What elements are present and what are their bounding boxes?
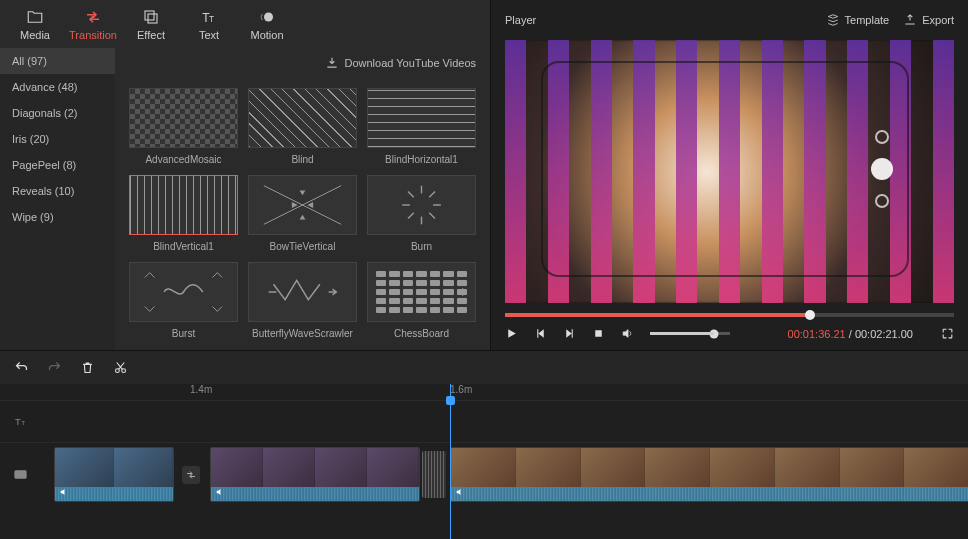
transition-thumb-burst: [129, 262, 238, 322]
transition-thumb-burn: [367, 175, 476, 235]
motion-icon: [258, 8, 276, 26]
category-wipe[interactable]: Wipe (9): [0, 204, 115, 230]
video-track-body[interactable]: [40, 443, 968, 506]
tab-effect[interactable]: Effect: [122, 0, 180, 48]
transition-label: Burn: [411, 241, 432, 252]
ruler-mark: 1.4m: [190, 384, 212, 395]
category-advance[interactable]: Advance (48): [0, 74, 115, 100]
video-track[interactable]: [0, 442, 968, 506]
tab-label: Effect: [137, 29, 165, 41]
category-reveals[interactable]: Reveals (10): [0, 178, 115, 204]
download-label: Download YouTube Videos: [345, 57, 477, 69]
tab-transition[interactable]: Transition: [64, 0, 122, 48]
transition-thumb-blind: [248, 88, 357, 148]
delete-icon[interactable]: [80, 360, 95, 375]
svg-point-4: [264, 12, 273, 21]
export-button[interactable]: Export: [903, 13, 954, 27]
prev-icon[interactable]: [534, 327, 547, 340]
svg-line-11: [408, 191, 414, 197]
next-icon[interactable]: [563, 327, 576, 340]
transition-thumb-blindh: [367, 88, 476, 148]
category-list: All (97) Advance (48) Diagonals (2) Iris…: [0, 48, 115, 350]
transition-item[interactable]: Burn: [367, 175, 476, 252]
total-time: 00:02:21.00: [855, 328, 913, 340]
volume-icon[interactable]: [621, 327, 634, 340]
effect-icon: [142, 8, 160, 26]
transition-label: Blind: [291, 154, 313, 165]
download-icon: [325, 56, 339, 70]
burn-icon: [368, 176, 475, 234]
transition-label: Burst: [172, 328, 195, 339]
preview-viewport[interactable]: [505, 40, 954, 303]
folder-icon: [26, 8, 44, 26]
svg-line-12: [429, 213, 435, 219]
svg-text:T: T: [14, 417, 20, 427]
stop-icon[interactable]: [592, 327, 605, 340]
playhead[interactable]: [450, 384, 451, 539]
transition-label: ChessBoard: [394, 328, 449, 339]
transition-item[interactable]: ChessBoard: [367, 262, 476, 339]
transition-item[interactable]: BlindVertical1: [129, 175, 238, 252]
transition-clip[interactable]: [422, 451, 446, 498]
burst-icon: [130, 263, 237, 321]
template-icon: [826, 13, 840, 27]
progress-fill: [505, 313, 810, 317]
top-tabs: Media Transition Effect TT Text Motion: [0, 0, 490, 48]
tab-text[interactable]: TT Text: [180, 0, 238, 48]
undo-icon[interactable]: [14, 360, 29, 375]
tab-label: Media: [20, 29, 50, 41]
transition-item[interactable]: Blind: [248, 88, 357, 165]
time-display: 00:01:36.21 / 00:02:21.00: [788, 328, 913, 340]
transition-thumb-bowtie: [248, 175, 357, 235]
progress-bar[interactable]: [505, 313, 954, 317]
template-button[interactable]: Template: [826, 13, 890, 27]
transition-item[interactable]: BlindHorizontal1: [367, 88, 476, 165]
volume-slider[interactable]: [650, 332, 730, 335]
transition-item[interactable]: BowTieVertical: [248, 175, 357, 252]
play-icon[interactable]: [505, 327, 518, 340]
bowtie-icon: [249, 176, 356, 234]
category-all[interactable]: All (97): [0, 48, 115, 74]
library-panel: Media Transition Effect TT Text Motion: [0, 0, 490, 350]
category-pagepeel[interactable]: PagePeel (8): [0, 152, 115, 178]
transition-item[interactable]: AdvancedMosaic: [129, 88, 238, 165]
timeline-ruler[interactable]: 1.4m 1.6m: [0, 384, 968, 400]
category-diagonals[interactable]: Diagonals (2): [0, 100, 115, 126]
clip[interactable]: [450, 447, 968, 502]
transition-item[interactable]: ButterflyWaveScrawler: [248, 262, 357, 339]
clip[interactable]: [54, 447, 174, 502]
ruler-mark: 1.6m: [450, 384, 472, 395]
transition-label: BlindVertical1: [153, 241, 214, 252]
text-track[interactable]: TT: [0, 400, 968, 442]
tab-motion[interactable]: Motion: [238, 0, 296, 48]
redo-icon[interactable]: [47, 360, 62, 375]
transition-label: BlindHorizontal1: [385, 154, 458, 165]
tab-label: Transition: [69, 29, 117, 41]
swap-icon: [84, 8, 102, 26]
transition-marker[interactable]: [182, 466, 200, 484]
tab-label: Text: [199, 29, 219, 41]
clip[interactable]: [210, 447, 420, 502]
timeline-toolbar: [0, 350, 968, 384]
wave-icon: [249, 263, 356, 321]
fullscreen-icon[interactable]: [941, 327, 954, 340]
player-controls: 00:01:36.21 / 00:02:21.00: [491, 327, 968, 350]
text-icon: TT: [200, 8, 218, 26]
player-header: Player Template Export: [491, 0, 968, 40]
current-time: 00:01:36.21: [788, 328, 846, 340]
svg-line-13: [429, 191, 435, 197]
cut-icon[interactable]: [113, 360, 128, 375]
transition-item[interactable]: Burst: [129, 262, 238, 339]
category-iris[interactable]: Iris (20): [0, 126, 115, 152]
tab-media[interactable]: Media: [6, 0, 64, 48]
svg-rect-1: [148, 14, 157, 23]
transition-area: Download YouTube Videos AdvancedMosaic B…: [115, 48, 490, 350]
arrow-left-icon: [455, 285, 469, 299]
export-label: Export: [922, 14, 954, 26]
transition-label: BowTieVertical: [270, 241, 336, 252]
timeline: 1.4m 1.6m TT: [0, 384, 968, 539]
download-youtube-button[interactable]: Download YouTube Videos: [115, 48, 490, 78]
progress-handle[interactable]: [805, 310, 815, 320]
export-icon: [903, 13, 917, 27]
player-panel: Player Template Export: [490, 0, 968, 350]
